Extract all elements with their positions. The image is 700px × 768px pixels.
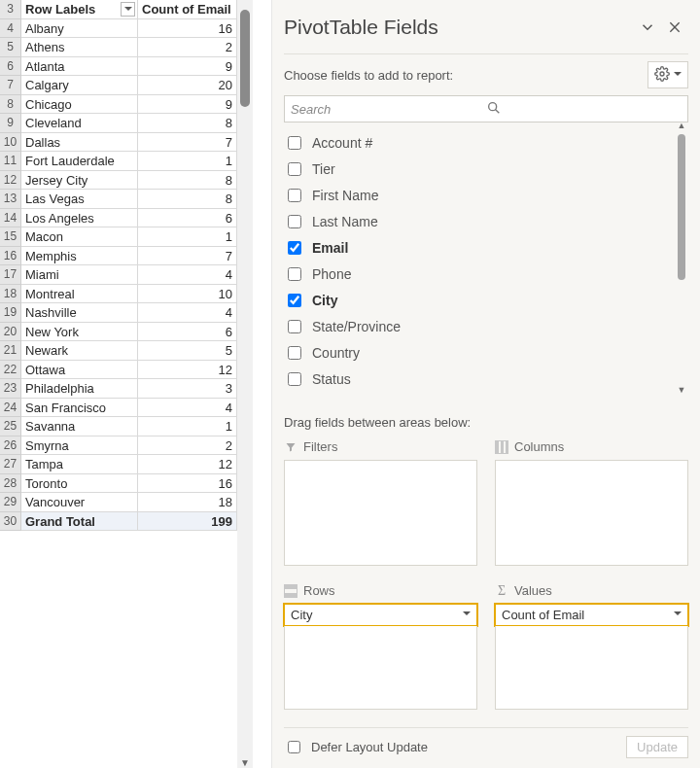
defer-layout-checkbox[interactable]: [288, 741, 300, 753]
fields-layout-options-button[interactable]: [648, 61, 688, 88]
field-item[interactable]: Email: [284, 237, 675, 259]
cell-value[interactable]: 6: [138, 209, 237, 228]
scrollbar-thumb[interactable]: [240, 10, 250, 107]
cell-label[interactable]: Vancouver: [21, 493, 138, 512]
field-item[interactable]: Tier: [284, 158, 675, 180]
cell-label[interactable]: Los Angeles: [21, 209, 138, 228]
field-checkbox[interactable]: [288, 162, 301, 176]
field-item[interactable]: Account #: [284, 132, 675, 154]
cell-value[interactable]: 1: [138, 417, 237, 436]
cell-value[interactable]: 5: [138, 341, 237, 361]
cell-value[interactable]: 7: [138, 247, 237, 266]
cell-label[interactable]: Chicago: [21, 95, 138, 115]
cell-label[interactable]: Cleveland: [21, 114, 138, 133]
field-item[interactable]: Phone: [284, 263, 675, 285]
field-checkbox[interactable]: [288, 372, 301, 386]
cell-label[interactable]: Macon: [21, 227, 138, 247]
cell-value[interactable]: 4: [138, 265, 237, 285]
cell-value[interactable]: 3: [138, 379, 237, 399]
update-button[interactable]: Update: [626, 736, 688, 758]
rows-drop-zone[interactable]: [284, 626, 477, 710]
field-checkbox[interactable]: [288, 294, 301, 307]
field-item[interactable]: Status: [284, 368, 675, 390]
cell-label[interactable]: New York: [21, 323, 138, 342]
field-checkbox[interactable]: [288, 267, 301, 281]
values-drop-zone[interactable]: [495, 626, 688, 710]
header-count[interactable]: Count of Email: [138, 0, 237, 19]
fields-scrollbar[interactable]: ▲ ▼: [675, 132, 688, 390]
cell-value[interactable]: 1: [138, 152, 237, 171]
scroll-down-arrow[interactable]: ▼: [675, 385, 688, 395]
cell-value[interactable]: 1: [138, 227, 237, 247]
cell-label[interactable]: Athens: [21, 38, 138, 57]
values-field-pill[interactable]: Count of Email: [494, 603, 689, 627]
cell-value[interactable]: 6: [138, 323, 237, 342]
cell-label[interactable]: Philadelphia: [21, 379, 138, 399]
cell-value[interactable]: 8: [138, 114, 237, 133]
field-item[interactable]: Country: [284, 342, 675, 364]
cell-value[interactable]: 16: [138, 474, 237, 494]
field-label: Phone: [312, 266, 351, 282]
field-item[interactable]: City: [284, 290, 675, 311]
cell-value[interactable]: 9: [138, 95, 237, 115]
sheet-vertical-scrollbar[interactable]: ▼: [237, 0, 253, 768]
cell-label[interactable]: Las Vegas: [21, 190, 138, 209]
cell-label[interactable]: Albany: [21, 19, 138, 39]
filters-drop-zone[interactable]: [284, 460, 477, 566]
field-item[interactable]: First Name: [284, 185, 675, 206]
close-pane-button[interactable]: [661, 14, 688, 41]
scrollbar-thumb[interactable]: [678, 134, 685, 280]
field-checkbox[interactable]: [288, 189, 301, 202]
cell-value[interactable]: 2: [138, 38, 237, 57]
cell-label[interactable]: Nashville: [21, 303, 138, 323]
cell-label[interactable]: Tampa: [21, 455, 138, 474]
cell-value[interactable]: 4: [138, 399, 237, 418]
field-checkbox[interactable]: [288, 136, 301, 150]
cell-label[interactable]: Savanna: [21, 417, 138, 436]
cell-value[interactable]: 18: [138, 493, 237, 512]
cell-label[interactable]: Calgary: [21, 76, 138, 95]
cell-label[interactable]: Dallas: [21, 133, 138, 153]
cell-value[interactable]: 9: [138, 57, 237, 77]
field-item[interactable]: State/Province: [284, 316, 675, 337]
header-row-labels[interactable]: Row Labels: [21, 0, 138, 19]
cell-label[interactable]: Fort Lauderdale: [21, 152, 138, 171]
cell-value[interactable]: 8: [138, 190, 237, 209]
rows-icon: [284, 584, 298, 598]
cell-value[interactable]: 8: [138, 171, 237, 191]
fields-search-input[interactable]: Search: [284, 95, 688, 122]
scroll-down-arrow[interactable]: ▼: [237, 757, 253, 768]
cell-value[interactable]: 16: [138, 19, 237, 39]
cell-value[interactable]: 12: [138, 455, 237, 474]
header-row-labels-text: Row Labels: [25, 2, 95, 17]
field-checkbox[interactable]: [288, 346, 301, 360]
cell-value[interactable]: 2: [138, 436, 237, 456]
cell-label[interactable]: Montreal: [21, 285, 138, 304]
scroll-up-arrow[interactable]: ▲: [675, 121, 688, 130]
grand-total-label[interactable]: Grand Total: [21, 512, 138, 532]
cell-value[interactable]: 20: [138, 76, 237, 95]
cell-value[interactable]: 10: [138, 285, 237, 304]
grand-total-value[interactable]: 199: [138, 512, 237, 532]
row-labels-filter-dropdown[interactable]: [121, 2, 135, 17]
table-row: 15Macon1: [0, 227, 237, 247]
field-checkbox[interactable]: [288, 215, 301, 228]
cell-value[interactable]: 4: [138, 303, 237, 323]
cell-label[interactable]: Newark: [21, 341, 138, 361]
cell-label[interactable]: Jersey City: [21, 171, 138, 191]
field-item[interactable]: Last Name: [284, 211, 675, 232]
collapse-pane-button[interactable]: [634, 14, 661, 41]
cell-label[interactable]: Memphis: [21, 247, 138, 266]
cell-label[interactable]: Smyrna: [21, 436, 138, 456]
cell-label[interactable]: Miami: [21, 265, 138, 285]
cell-label[interactable]: San Francisco: [21, 399, 138, 418]
field-checkbox[interactable]: [288, 320, 301, 333]
rows-field-pill[interactable]: City: [283, 603, 478, 627]
cell-label[interactable]: Ottawa: [21, 361, 138, 380]
cell-value[interactable]: 12: [138, 361, 237, 380]
cell-label[interactable]: Atlanta: [21, 57, 138, 77]
columns-drop-zone[interactable]: [495, 460, 688, 566]
cell-label[interactable]: Toronto: [21, 474, 138, 494]
cell-value[interactable]: 7: [138, 133, 237, 153]
field-checkbox[interactable]: [288, 241, 301, 255]
